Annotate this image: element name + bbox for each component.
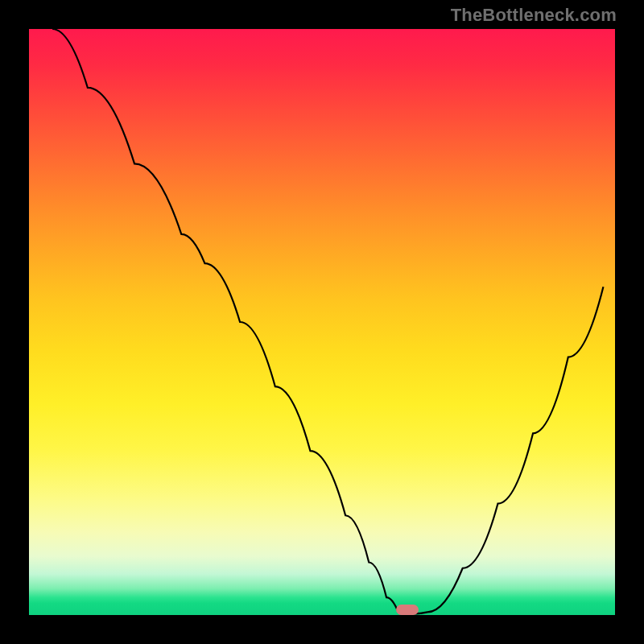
curve-path bbox=[52, 29, 603, 614]
watermark-text: TheBottleneck.com bbox=[451, 5, 617, 26]
chart-frame: TheBottleneck.com bbox=[0, 0, 644, 644]
optimal-marker bbox=[396, 605, 419, 615]
chart-plot-area bbox=[29, 29, 615, 615]
bottleneck-curve bbox=[29, 29, 615, 615]
